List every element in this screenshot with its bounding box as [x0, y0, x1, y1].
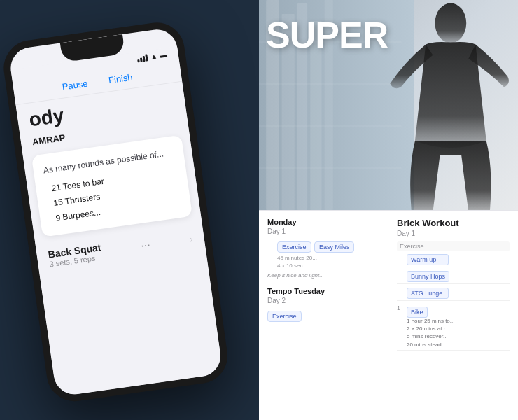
phone-screen: ▲ ▬ Pause Finish ody AMRAP As many round…	[10, 46, 223, 397]
brick-workout-day: Day 1	[397, 230, 510, 237]
schedule-section: Monday Day 1 Exercise Easy Miles 45 minu…	[259, 210, 518, 420]
tempo-exercise-badge: Exercise	[267, 311, 302, 322]
finish-button[interactable]: Finish	[108, 72, 133, 86]
tempo-label: Tempo Tuesday	[267, 287, 379, 295]
super-section: SUPER	[259, 0, 518, 210]
monday-exercise-detail2: 4 x 10 sec...	[277, 262, 354, 270]
brick-exercise-header: Exercise	[397, 241, 510, 251]
super-background: SUPER	[259, 0, 518, 210]
brick-bike-name: Bike	[407, 307, 428, 318]
tempo-day-number: Day 2	[267, 297, 379, 304]
wifi-icon: ▲	[150, 52, 158, 60]
phone-mockup: ▲ ▬ Pause Finish ody AMRAP As many round…	[0, 19, 231, 405]
signal-icon	[136, 54, 148, 62]
tempo-tuesday-section: Tempo Tuesday Day 2 Exercise	[267, 287, 379, 323]
brick-warmup-row: Warm up	[397, 253, 510, 267]
super-text: SUPER	[266, 14, 388, 56]
svg-point-9	[435, 3, 466, 43]
monday-column: Monday Day 1 Exercise Easy Miles 45 minu…	[259, 211, 388, 420]
brick-warmup-name: Warm up	[407, 254, 449, 265]
brick-bunnyhops-name: Bunny Hops	[407, 271, 449, 282]
brick-workout-title: Brick Workout	[397, 218, 510, 228]
person-silhouette	[376, 0, 519, 210]
monday-exercise-badge: Exercise	[277, 241, 312, 253]
brick-atglunge-row: ATG Lunge	[397, 286, 510, 301]
brick-num-bike: 1	[397, 304, 404, 312]
monday-exercise-name: Easy Miles	[314, 241, 355, 253]
more-icon[interactable]: ···	[140, 238, 151, 252]
pause-button[interactable]: Pause	[62, 78, 89, 92]
chevron-right-icon: ›	[189, 233, 194, 244]
brick-bike-desc: 1 hour 25 mins to... 2 × 20 mins at r...…	[407, 317, 454, 349]
right-panel: SUPER Monday Day 1 Exercise Easy Miles 4…	[259, 0, 518, 420]
battery-icon: ▬	[160, 50, 167, 59]
left-panel: ▲ ▬ Pause Finish ody AMRAP As many round…	[0, 0, 259, 420]
monday-day-number: Day 1	[267, 227, 379, 235]
amrap-card: As many rounds as possible of... 21 Toes…	[31, 135, 192, 237]
brick-atglunge-name: ATG Lunge	[407, 288, 449, 299]
amrap-intro: As many rounds as possible of... 21 Toes…	[43, 146, 182, 225]
monday-label: Monday	[267, 218, 379, 226]
brick-workout-column: Brick Workout Day 1 Exercise Warm up Bun…	[388, 211, 518, 420]
monday-exercise-detail1: 45 minutes 20...	[277, 254, 354, 262]
next-exercise-info: Back Squat 3 sets, 5 reps	[48, 241, 103, 268]
brick-bike-row: 1 Bike 1 hour 25 mins to... 2 × 20 mins …	[397, 303, 510, 351]
monday-exercise-note: Keep it nice and light...	[267, 272, 379, 279]
monday-exercise-row: Exercise Easy Miles 45 minutes 20... 4 x…	[267, 239, 379, 270]
brick-bunnyhops-row: Bunny Hops	[397, 270, 510, 284]
